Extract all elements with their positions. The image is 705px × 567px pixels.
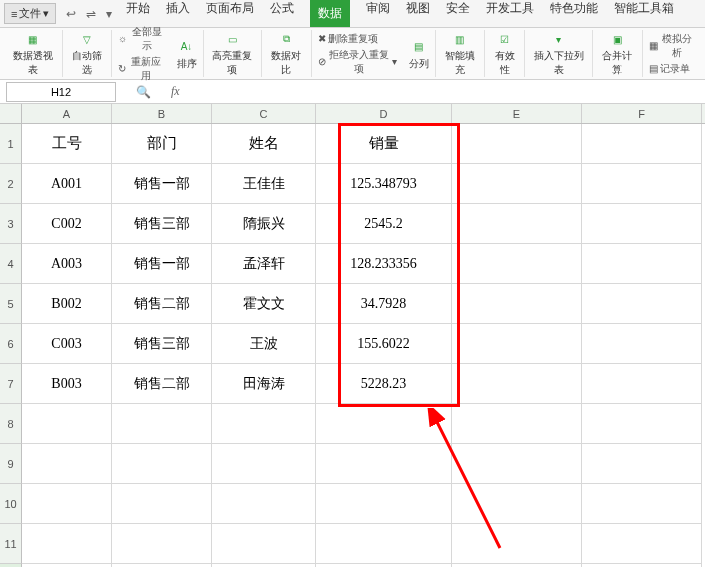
reject-dup-button[interactable]: ⊘ 拒绝录入重复项 ▾ bbox=[318, 48, 397, 76]
cell[interactable] bbox=[582, 284, 702, 324]
cell[interactable]: 孟泽轩 bbox=[212, 244, 316, 284]
cell[interactable] bbox=[582, 524, 702, 564]
cell[interactable] bbox=[452, 404, 582, 444]
ribbon-filter[interactable]: ▽ 自动筛选 bbox=[63, 30, 112, 77]
undo-icon[interactable]: ↩ bbox=[66, 7, 76, 21]
cell[interactable]: 5228.23 bbox=[316, 364, 452, 404]
cell[interactable] bbox=[452, 124, 582, 164]
tab-layout[interactable]: 页面布局 bbox=[206, 0, 254, 27]
tab-formula[interactable]: 公式 bbox=[270, 0, 294, 27]
cell[interactable] bbox=[112, 524, 212, 564]
cell[interactable] bbox=[582, 444, 702, 484]
reapply-button[interactable]: ↻ 重新应用 bbox=[118, 55, 165, 83]
cell[interactable] bbox=[316, 484, 452, 524]
redo-icon[interactable]: ⇌ bbox=[86, 7, 96, 21]
cell[interactable]: 128.233356 bbox=[316, 244, 452, 284]
cell[interactable]: 销售一部 bbox=[112, 164, 212, 204]
cell[interactable]: 125.348793 bbox=[316, 164, 452, 204]
cell[interactable]: A001 bbox=[22, 164, 112, 204]
tab-view[interactable]: 视图 bbox=[406, 0, 430, 27]
cell[interactable]: 34.7928 bbox=[316, 284, 452, 324]
cell[interactable] bbox=[582, 484, 702, 524]
cell[interactable]: 王波 bbox=[212, 324, 316, 364]
cell[interactable]: 销售二部 bbox=[112, 364, 212, 404]
fx-icon[interactable]: fx bbox=[171, 84, 180, 99]
col-header-f[interactable]: F bbox=[582, 104, 702, 123]
cell[interactable]: 销售一部 bbox=[112, 244, 212, 284]
ribbon-pivot[interactable]: ▦ 数据透视表 bbox=[4, 30, 63, 77]
cell[interactable] bbox=[452, 484, 582, 524]
cell[interactable] bbox=[452, 524, 582, 564]
col-header-c[interactable]: C bbox=[212, 104, 316, 123]
cell[interactable] bbox=[112, 444, 212, 484]
cell[interactable]: 销售二部 bbox=[112, 284, 212, 324]
col-header-d[interactable]: D bbox=[316, 104, 452, 123]
cell[interactable]: C002 bbox=[22, 204, 112, 244]
row-header-3[interactable]: 3 bbox=[0, 204, 22, 244]
cell[interactable] bbox=[22, 484, 112, 524]
cell[interactable]: 姓名 bbox=[212, 124, 316, 164]
row-header-2[interactable]: 2 bbox=[0, 164, 22, 204]
col-header-a[interactable]: A bbox=[22, 104, 112, 123]
cell[interactable] bbox=[212, 524, 316, 564]
cell[interactable] bbox=[316, 524, 452, 564]
cell[interactable]: 霍文文 bbox=[212, 284, 316, 324]
lookup-icon[interactable]: 🔍 bbox=[136, 85, 151, 99]
select-all-corner[interactable] bbox=[0, 104, 22, 123]
file-menu[interactable]: ≡ 文件 ▾ bbox=[4, 3, 56, 24]
cell[interactable] bbox=[212, 444, 316, 484]
row-header-1[interactable]: 1 bbox=[0, 124, 22, 164]
cell[interactable] bbox=[452, 324, 582, 364]
cell[interactable] bbox=[452, 164, 582, 204]
row-header-4[interactable]: 4 bbox=[0, 244, 22, 284]
cell[interactable] bbox=[582, 404, 702, 444]
ribbon-smartfill[interactable]: ▥ 智能填充 bbox=[436, 30, 485, 77]
cell[interactable] bbox=[582, 364, 702, 404]
cell[interactable]: B003 bbox=[22, 364, 112, 404]
cell[interactable]: 王佳佳 bbox=[212, 164, 316, 204]
cell[interactable]: 155.6022 bbox=[316, 324, 452, 364]
cell[interactable] bbox=[452, 364, 582, 404]
cell[interactable]: 工号 bbox=[22, 124, 112, 164]
row-header-5[interactable]: 5 bbox=[0, 284, 22, 324]
tab-smart[interactable]: 智能工具箱 bbox=[614, 0, 674, 27]
row-header-6[interactable]: 6 bbox=[0, 324, 22, 364]
ribbon-sort[interactable]: A↓ 排序 bbox=[171, 30, 204, 77]
col-header-e[interactable]: E bbox=[452, 104, 582, 123]
row-header-10[interactable]: 10 bbox=[0, 484, 22, 524]
tab-start[interactable]: 开始 bbox=[126, 0, 150, 27]
row-header-8[interactable]: 8 bbox=[0, 404, 22, 444]
cell[interactable] bbox=[582, 164, 702, 204]
row-header-7[interactable]: 7 bbox=[0, 364, 22, 404]
cell[interactable]: 2545.2 bbox=[316, 204, 452, 244]
cell[interactable] bbox=[22, 524, 112, 564]
ribbon-validate[interactable]: ☑ 有效性 bbox=[485, 30, 525, 77]
cell[interactable]: B002 bbox=[22, 284, 112, 324]
tab-review[interactable]: 审阅 bbox=[366, 0, 390, 27]
cell[interactable] bbox=[22, 444, 112, 484]
tab-dev[interactable]: 开发工具 bbox=[486, 0, 534, 27]
cell[interactable] bbox=[452, 204, 582, 244]
tab-data[interactable]: 数据 bbox=[310, 0, 350, 27]
cell[interactable]: 隋振兴 bbox=[212, 204, 316, 244]
cell[interactable] bbox=[316, 444, 452, 484]
cell[interactable] bbox=[582, 244, 702, 284]
chevron-down-icon[interactable]: ▾ bbox=[106, 7, 112, 21]
del-dup-button[interactable]: ✖ 删除重复项 bbox=[318, 32, 378, 46]
tab-special[interactable]: 特色功能 bbox=[550, 0, 598, 27]
cell[interactable] bbox=[582, 324, 702, 364]
ribbon-dropdown[interactable]: ▾ 插入下拉列表 bbox=[525, 30, 593, 77]
ribbon-consolidate[interactable]: ▣ 合并计算 bbox=[593, 30, 642, 77]
cell[interactable] bbox=[452, 444, 582, 484]
cell[interactable]: A003 bbox=[22, 244, 112, 284]
col-header-b[interactable]: B bbox=[112, 104, 212, 123]
ribbon-split[interactable]: ▤ 分列 bbox=[403, 30, 436, 77]
cell[interactable] bbox=[452, 244, 582, 284]
tab-security[interactable]: 安全 bbox=[446, 0, 470, 27]
row-header-9[interactable]: 9 bbox=[0, 444, 22, 484]
cell[interactable] bbox=[112, 484, 212, 524]
cell[interactable] bbox=[22, 404, 112, 444]
cell[interactable] bbox=[112, 404, 212, 444]
cell[interactable] bbox=[212, 484, 316, 524]
simulate-button[interactable]: ▦ 模拟分析 bbox=[649, 32, 695, 60]
